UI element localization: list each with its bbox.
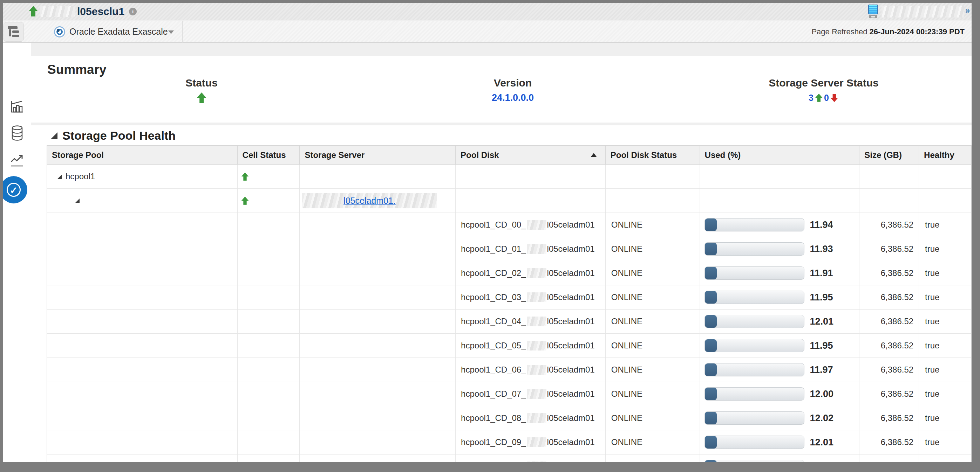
used-value: 12.00 [810, 389, 834, 399]
disk-row: hcpool1_CD_00_l05celadm01ONLINE11.946,38… [47, 213, 971, 237]
pool-disk-name: hcpool1_CD_03_l05celadm01 [461, 292, 595, 302]
size-gb-cell: 6,386.52 [859, 358, 919, 382]
up-arrow-icon [815, 93, 822, 102]
cell-status-cell [238, 455, 300, 462]
used-value: 12.01 [810, 437, 834, 448]
pool-disk-status-cell: ONLINE [606, 455, 700, 462]
redacted-text [527, 317, 546, 326]
used-pct-cell: 11.97 [700, 455, 860, 462]
pool-disk-cell: hcpool1_CD_01_l05celadm01 [456, 237, 606, 261]
column-header-label: Used (%) [705, 150, 741, 160]
bar-chart-icon[interactable] [11, 100, 24, 113]
version-stat: Version 24.1.0.0.0 [492, 77, 534, 103]
nav-chevron-icon[interactable]: » [965, 6, 969, 16]
down-arrow-icon [831, 93, 838, 102]
used-progress-bar [705, 266, 804, 280]
storage-pool-table: Storage PoolCell StatusStorage ServerPoo… [47, 145, 972, 462]
expand-collapse-icon[interactable] [57, 174, 62, 179]
column-header-pool-disk-status[interactable]: Pool Disk Status [606, 146, 700, 164]
trend-line-icon[interactable] [11, 154, 24, 167]
column-header-pool-disk[interactable]: Pool Disk [456, 146, 606, 164]
column-header-cell-status[interactable]: Cell Status [238, 146, 300, 164]
storage-server-cell [300, 309, 456, 333]
used-progress-fill [705, 315, 717, 328]
used-progress-bar [705, 315, 804, 328]
target-menu-button[interactable] [3, 22, 24, 42]
toolbar-separator [182, 21, 183, 43]
info-icon[interactable]: i [129, 8, 137, 16]
target-type-menu[interactable]: Oracle Exadata Exascale [69, 21, 168, 43]
down-count-link[interactable]: 0 [824, 93, 829, 103]
storage-server-cell [300, 430, 456, 454]
pool-disk-suffix: l05celadm01 [547, 244, 595, 254]
redacted-text [527, 268, 546, 278]
redacted-text [881, 6, 964, 17]
used-value: 11.97 [810, 364, 833, 375]
section-collapse-icon[interactable] [51, 132, 57, 139]
pool-disk-prefix: hcpool1_CD_04_ [461, 317, 526, 326]
size-gb-cell: 6,386.52 [859, 334, 919, 358]
size-gb-cell: 6,386.52 [859, 382, 919, 406]
pool-disk-suffix: l05celadm01 [547, 317, 595, 326]
context-toolbar: Oracle Exadata Exascale Page Refreshed 2… [3, 21, 972, 43]
used-progress-bar [705, 339, 804, 352]
column-header-healthy[interactable]: Healthy [919, 146, 971, 164]
expand-collapse-icon[interactable] [75, 198, 80, 203]
storage-server-cell [300, 358, 456, 382]
used-progress-bar [705, 436, 804, 449]
sort-ascending-icon[interactable] [590, 153, 597, 157]
storage-pool-cell [47, 430, 238, 454]
page-refreshed-time: 26-Jun-2024 00:23:39 PDT [870, 27, 964, 36]
used-pct-cell: 11.91 [700, 261, 860, 285]
chevron-down-icon[interactable] [168, 30, 174, 34]
pool-disk-status-cell: ONLINE [606, 309, 700, 333]
column-header-label: Cell Status [243, 150, 286, 160]
disk-row: hcpool1_CD_09_l05celadm01ONLINE12.016,38… [47, 430, 971, 455]
left-icon-sidebar: ✓ [3, 43, 31, 462]
pool-disk-name: hcpool1_CD_04_l05celadm01 [461, 317, 595, 326]
used-progress-bar [705, 412, 804, 425]
pool-disk-prefix: hcpool1_CD_07_ [461, 389, 526, 399]
healthy-cell: true [919, 358, 971, 382]
pool-disk-suffix: l05celadm01 [547, 365, 595, 375]
storage-server-cell [300, 237, 456, 261]
column-header-storage-server[interactable]: Storage Server [300, 146, 456, 164]
pool-disk-cell: hcpool1_CD_07_l05celadm01 [456, 382, 606, 406]
version-label: Version [492, 77, 534, 89]
up-count-link[interactable]: 3 [808, 93, 813, 103]
column-header-label: Storage Server [305, 150, 364, 160]
column-header-used-[interactable]: Used (%) [700, 146, 860, 164]
pool-disk-name: hcpool1_CD_09_l05celadm01 [461, 437, 595, 447]
storage-pool-cell [47, 261, 238, 285]
column-header-label: Size (GB) [864, 150, 902, 160]
pool-disk-cell: hcpool1_CD_02_l05celadm01 [456, 261, 606, 285]
section-title: Storage Pool Health [62, 129, 176, 143]
cell-status-cell [238, 237, 300, 261]
healthy-cell: true [919, 309, 971, 333]
used-progress-fill [705, 219, 717, 231]
storage-pool-cell [47, 334, 238, 358]
pool-disk-suffix: l05celadm01 [547, 268, 595, 278]
disk-row: hcpool1_CD_05_l05celadm01ONLINE11.956,38… [47, 334, 971, 358]
summary-panel: Summary Status Version 24.1.0.0.0 Storag… [31, 56, 972, 122]
health-check-selected-icon[interactable]: ✓ [3, 176, 27, 203]
status-stat: Status [185, 77, 218, 103]
used-pct-cell: 12.01 [700, 430, 860, 454]
healthy-cell: true [919, 213, 971, 237]
column-header-storage-pool[interactable]: Storage Pool [47, 146, 238, 164]
tree-menu-icon [8, 26, 20, 38]
used-value: 11.93 [810, 244, 833, 255]
storage-server-link[interactable]: l05celadm01. [344, 196, 396, 206]
pool-disk-suffix: l05celadm01 [547, 413, 595, 423]
redacted-text: l05celadm01. [302, 193, 437, 208]
cell-status-up-icon [241, 196, 248, 205]
database-icon[interactable] [11, 125, 24, 141]
used-pct-cell: 11.95 [700, 285, 860, 309]
disk-row: hcpool1_CD_06_l05celadm01ONLINE11.976,38… [47, 358, 971, 382]
used-progress-fill [705, 267, 717, 279]
column-header-size-gb-[interactable]: Size (GB) [859, 146, 919, 164]
used-value: 11.95 [810, 292, 833, 303]
pool-disk-status-cell: ONLINE [606, 358, 700, 382]
used-pct-cell: 11.97 [700, 358, 860, 382]
pool-disk-cell: hcpool1_CD_05_l05celadm01 [456, 334, 606, 358]
